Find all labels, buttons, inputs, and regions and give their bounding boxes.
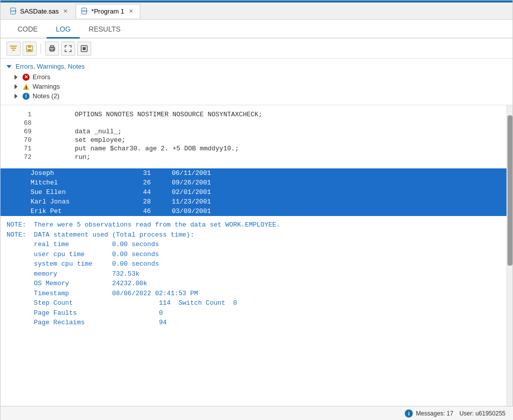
svg-text:!: ! [26, 85, 27, 90]
data-row-3: Karl Jonas 28 11/23/2001 [1, 197, 506, 206]
info-status-icon: i [405, 409, 413, 417]
tab-program1-label: *Program 1 [91, 8, 124, 15]
save-button[interactable] [23, 42, 37, 56]
data-col3-4: 03/09/2001 [151, 207, 211, 215]
errors-chevron-icon [15, 75, 18, 80]
note-line-1: NOTE: DATA statement used (Total process… [7, 230, 500, 240]
expand-button[interactable] [61, 42, 75, 56]
svg-rect-11 [51, 46, 54, 48]
svg-rect-4 [10, 46, 17, 47]
data-rows: Joseph 31 06/11/2001 Mitchel 26 09/26/20… [1, 168, 506, 216]
data-col1-0: Joseph [31, 169, 121, 177]
data-col3-3: 11/23/2001 [151, 198, 211, 205]
data-col1-3: Karl Jonas [31, 198, 121, 205]
tab-sasdate-label: SASDate.sas [20, 8, 59, 15]
code-line-71: 71 put name $char30. age 2. +5 DOB mmddy… [1, 144, 506, 153]
line-code-71: put name $char30. age 2. +5 DOB mmddyy10… [40, 145, 239, 152]
tree-header[interactable]: Errors, Warnings, Notes [7, 63, 506, 70]
note-line-7: Timestamp 08/06/2022 02:41:53 PM [7, 289, 500, 299]
warnings-chevron-icon [15, 84, 18, 89]
sas-file-icon: SAS [10, 8, 17, 15]
svg-rect-8 [28, 46, 31, 48]
data-col3-2: 02/01/2001 [151, 188, 211, 196]
fullscreen-button[interactable] [77, 42, 91, 56]
tree-item-warnings[interactable]: ! Warnings [7, 82, 506, 91]
fullscreen-icon [80, 45, 88, 53]
notes-label: Notes (2) [33, 92, 59, 100]
warnings-label: Warnings [33, 83, 60, 90]
scrollbar-thumb[interactable] [507, 115, 512, 266]
note-line-6: OS Memory 24232.00k [7, 279, 500, 289]
filter-button[interactable] [7, 42, 21, 56]
line-num-68: 68 [7, 119, 32, 127]
tree-item-notes[interactable]: i Notes (2) [7, 91, 506, 101]
data-row-0: Joseph 31 06/11/2001 [1, 168, 506, 178]
line-code-69: data _null_; [40, 128, 122, 135]
print-button[interactable] [45, 42, 59, 56]
nav-tabs: CODE LOG RESULTS [1, 20, 512, 39]
code-line-68: 68 [1, 119, 506, 127]
log-content[interactable]: 1 OPTIONS NONOTES NOSTIMER NOSOURCE NOSY… [1, 105, 506, 420]
info-icon: i [23, 93, 30, 100]
svg-text:SAS: SAS [82, 10, 88, 13]
print-icon [48, 45, 56, 53]
data-col2-3: 28 [121, 198, 151, 205]
tab-log[interactable]: LOG [47, 21, 80, 39]
expand-icon [64, 45, 72, 53]
scrollbar[interactable] [506, 105, 512, 420]
data-col1-1: Mitchel [31, 179, 121, 186]
line-code-70: set employee; [40, 136, 126, 144]
warning-icon: ! [23, 83, 30, 90]
notes-chevron-icon [15, 94, 18, 99]
line-num-71: 71 [7, 145, 32, 152]
svg-rect-15 [83, 47, 86, 50]
tab-code[interactable]: CODE [9, 21, 47, 39]
line-code-68 [40, 119, 44, 127]
data-col3-0: 06/11/2001 [151, 169, 211, 177]
tab-program1[interactable]: SAS *Program 1 ✕ [76, 4, 140, 18]
line-code-1: OPTIONS NONOTES NOSTIMER NOSOURCE NOSYNT… [40, 111, 263, 118]
tab-results[interactable]: RESULTS [80, 21, 130, 39]
data-col2-0: 31 [121, 169, 151, 177]
tab-program1-close[interactable]: ✕ [127, 8, 135, 15]
data-col3-1: 09/26/2001 [151, 179, 211, 186]
data-col2-1: 26 [121, 179, 151, 186]
tree-chevron-icon [7, 65, 12, 68]
svg-point-13 [54, 48, 55, 49]
error-icon: ✕ [23, 74, 30, 81]
code-line-69: 69 data _null_; [1, 127, 506, 136]
content-area: 1 OPTIONS NONOTES NOSTIMER NOSOURCE NOSY… [1, 105, 512, 420]
data-row-1: Mitchel 26 09/26/2001 [1, 178, 506, 187]
errors-label: Errors [33, 73, 50, 81]
status-messages: i Messages: 17 [405, 409, 453, 417]
tab-sasdate-close[interactable]: ✕ [62, 8, 69, 15]
note-line-5: memory 732.53k [7, 269, 500, 279]
user-info: User: u61950255 [459, 410, 505, 417]
tab-sasdate[interactable]: SAS SASDate.sas ✕ [5, 4, 75, 18]
notes-section: NOTE: There were 5 observations read fro… [1, 218, 506, 330]
note-line-8: Step Count 114 Switch Count 0 [7, 298, 500, 308]
program-file-icon: SAS [81, 8, 88, 15]
note-line-9: Page Faults 0 [7, 308, 500, 318]
save-icon [26, 45, 34, 53]
messages-count: Messages: 17 [416, 410, 453, 417]
status-bar: i Messages: 17 User: u61950255 [1, 406, 513, 420]
line-num-1: 1 [7, 111, 32, 118]
code-line-1: 1 OPTIONS NONOTES NOSTIMER NOSOURCE NOSY… [1, 110, 506, 119]
data-row-4: Erik Pet 46 03/09/2001 [1, 206, 506, 216]
tree-item-errors[interactable]: ✕ Errors [7, 72, 506, 82]
note-line-4: system cpu time 0.00 seconds [7, 259, 500, 269]
note-line-0: NOTE: There were 5 observations read fro… [7, 220, 500, 230]
data-col1-2: Sue Ellen [31, 188, 121, 196]
svg-text:SAS: SAS [11, 10, 17, 13]
note-line-3: user cpu time 0.00 seconds [7, 250, 500, 260]
toolbar [1, 39, 512, 59]
data-row-2: Sue Ellen 44 02/01/2001 [1, 187, 506, 197]
data-col2-2: 44 [121, 188, 151, 196]
tab-bar: SAS SASDate.sas ✕ SAS *Program 1 ✕ [1, 3, 512, 20]
code-line-70: 70 set employee; [1, 136, 506, 144]
data-col2-4: 46 [121, 207, 151, 215]
toolbar-sep-1 [41, 44, 41, 54]
line-num-69: 69 [7, 128, 32, 135]
svg-rect-9 [28, 49, 32, 51]
